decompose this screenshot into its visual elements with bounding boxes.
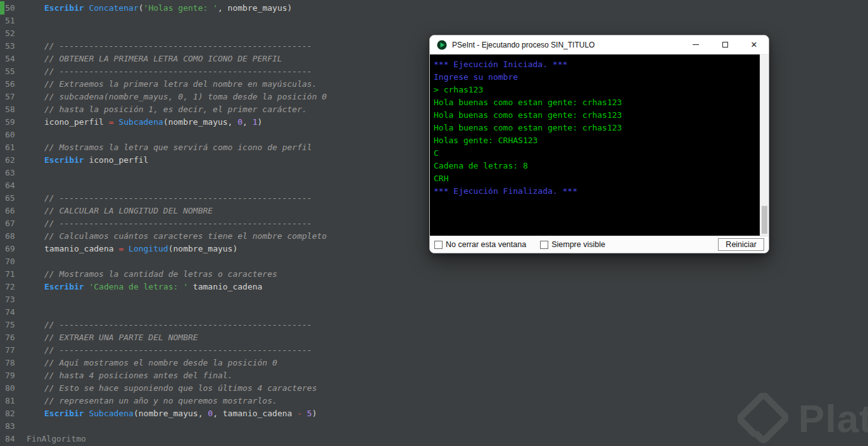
line-number: 55 xyxy=(0,65,27,78)
reiniciar-button[interactable]: Reiniciar xyxy=(718,238,764,251)
line-number: 63 xyxy=(0,167,27,179)
code-text: // subcadena(nombre_mayus, 0, 1) toma de… xyxy=(27,91,327,103)
code-text: // -------------------------------------… xyxy=(27,319,312,331)
code-text: tamanio_cadena = Longitud(nombre_mayus) xyxy=(27,243,237,255)
line-number: 77 xyxy=(0,344,27,357)
checkbox-no-cerrar[interactable]: No cerrar esta ventana xyxy=(434,240,526,249)
pseint-app-icon xyxy=(437,40,447,50)
line-number: 84 xyxy=(0,433,27,445)
console-line: > crhas123 xyxy=(434,84,756,96)
console-line: Holas gente: CRHAS123 xyxy=(434,134,756,147)
maximize-button[interactable] xyxy=(710,35,739,54)
line-number: 70 xyxy=(0,255,27,268)
code-text: icono_perfil = Subcadena(nombre_mayus, 0… xyxy=(27,116,262,129)
console-line: *** Ejecución Iniciada. *** xyxy=(434,58,756,71)
line-number: 59 xyxy=(0,116,27,129)
code-text: // CALCULAR LA LONGITUD DEL NOMBRE xyxy=(27,205,213,217)
console-line: Cadena de letras: 8 xyxy=(434,160,756,172)
line-number: 58 xyxy=(0,103,27,116)
minimize-icon xyxy=(693,44,699,45)
code-line-78[interactable]: 78// Aquí mostramos el nombre desde la p… xyxy=(0,357,868,369)
code-line-75[interactable]: 75// -----------------------------------… xyxy=(0,319,868,331)
console-line: C xyxy=(434,147,756,160)
console-output[interactable]: *** Ejecución Iniciada. ***Ingrese su no… xyxy=(430,54,760,236)
code-line-82[interactable]: 82Escribir Subcadena(nombre_mayus, 0, ta… xyxy=(0,407,868,420)
code-line-84[interactable]: 84FinAlgoritmo xyxy=(0,433,868,445)
line-number: 81 xyxy=(0,395,27,407)
code-text xyxy=(27,15,44,27)
code-text: // Esto se hace suponiendo que los últim… xyxy=(27,382,317,395)
console-line: Ingrese su nombre xyxy=(434,71,756,84)
maximize-icon xyxy=(722,42,728,48)
checkbox-no-cerrar-box[interactable] xyxy=(434,241,443,249)
console-line: Hola buenas como estan gente: crhas123 xyxy=(434,109,756,122)
code-text: // -------------------------------------… xyxy=(27,344,312,357)
code-text: Escribir icono_perfil xyxy=(27,154,148,167)
console-line: Hola buenas como estan gente: crhas123 xyxy=(434,96,756,109)
console-line: CRH xyxy=(434,172,756,185)
checkbox-siempre-visible-label: Siempre visible xyxy=(551,240,605,249)
checkbox-siempre-visible[interactable]: Siempre visible xyxy=(540,240,605,249)
code-text: // Mostramos la cantidad de letras o car… xyxy=(27,268,277,281)
code-line-72[interactable]: 72Escribir 'Cadena de letras: ' tamanio_… xyxy=(0,281,868,293)
line-number: 51 xyxy=(0,15,27,27)
code-text xyxy=(27,420,44,433)
console-footer: No cerrar esta ventana Siempre visible R… xyxy=(430,236,769,253)
code-text: // Mostramos la letra que servirá como i… xyxy=(27,141,312,154)
code-text: // -------------------------------------… xyxy=(27,40,312,53)
line-number: 75 xyxy=(0,319,27,331)
console-titlebar[interactable]: PSeInt - Ejecutando proceso SIN_TITULO ✕ xyxy=(430,35,769,54)
code-text: // representan un año y no queremos most… xyxy=(27,395,277,407)
console-body: *** Ejecución Iniciada. ***Ingrese su no… xyxy=(430,54,769,236)
console-line: Hola buenas como estan gente: crhas123 xyxy=(434,122,756,134)
console-line: *** Ejecución Finalizada. *** xyxy=(434,185,756,198)
scrollbar-thumb[interactable] xyxy=(762,206,767,234)
line-number: 66 xyxy=(0,205,27,217)
line-number: 73 xyxy=(0,293,27,306)
line-number: 80 xyxy=(0,382,27,395)
console-scrollbar[interactable] xyxy=(760,54,769,236)
code-line-77[interactable]: 77// -----------------------------------… xyxy=(0,344,868,357)
code-text: // Extraemos la primera letra del nombre… xyxy=(27,78,317,91)
current-line-marker xyxy=(0,1,4,15)
code-line-50[interactable]: 50Escribir Concatenar('Holas gente: ', n… xyxy=(0,2,868,15)
code-line-80[interactable]: 80// Esto se hace suponiendo que los últ… xyxy=(0,382,868,395)
code-line-70[interactable]: 70 xyxy=(0,255,868,268)
minimize-button[interactable] xyxy=(681,35,710,54)
code-text: Escribir 'Cadena de letras: ' tamanio_ca… xyxy=(27,281,262,293)
code-text xyxy=(27,27,44,40)
close-button[interactable]: ✕ xyxy=(739,35,769,54)
line-number: 71 xyxy=(0,268,27,281)
line-number: 68 xyxy=(0,230,27,243)
line-number: 64 xyxy=(0,179,27,192)
code-line-83[interactable]: 83 xyxy=(0,420,868,433)
line-number: 60 xyxy=(0,129,27,141)
line-number: 83 xyxy=(0,420,27,433)
code-line-81[interactable]: 81// representan un año y no queremos mo… xyxy=(0,395,868,407)
code-line-71[interactable]: 71// Mostramos la cantidad de letras o c… xyxy=(0,268,868,281)
code-text: // -------------------------------------… xyxy=(27,192,312,205)
code-text xyxy=(27,293,44,306)
code-text: // hasta 4 posiciones antes del final. xyxy=(27,369,232,382)
line-number: 54 xyxy=(0,53,27,65)
code-text xyxy=(27,306,44,319)
line-number: 62 xyxy=(0,154,27,167)
code-text xyxy=(27,167,44,179)
checkbox-siempre-visible-box[interactable] xyxy=(540,241,548,249)
line-number: 56 xyxy=(0,78,27,91)
code-text: // -------------------------------------… xyxy=(27,65,312,78)
line-number: 52 xyxy=(0,27,27,40)
code-text: // -------------------------------------… xyxy=(27,217,312,230)
code-text xyxy=(27,255,44,268)
close-icon: ✕ xyxy=(751,40,758,49)
code-line-76[interactable]: 76// EXTRAER UNA PARTE DEL NOMBRE xyxy=(0,331,868,344)
code-text: // Calculamos cuántos caracteres tiene e… xyxy=(27,230,327,243)
line-number: 65 xyxy=(0,192,27,205)
line-number: 53 xyxy=(0,40,27,53)
line-number: 72 xyxy=(0,281,27,293)
code-text: // Aquí mostramos el nombre desde la pos… xyxy=(27,357,277,369)
code-line-51[interactable]: 51 xyxy=(0,15,868,27)
code-line-74[interactable]: 74 xyxy=(0,306,868,319)
code-line-79[interactable]: 79// hasta 4 posiciones antes del final. xyxy=(0,369,868,382)
code-line-73[interactable]: 73 xyxy=(0,293,868,306)
